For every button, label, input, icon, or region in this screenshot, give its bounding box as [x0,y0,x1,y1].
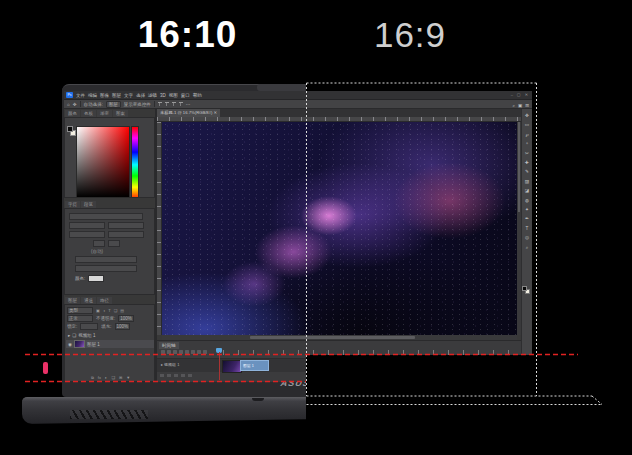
character-panel-tabs: 字符段落 [65,200,96,208]
tool-color-swatches[interactable] [522,286,530,294]
window-control-button[interactable]: ✕ [525,92,528,97]
photoshop-app-icon: Ps [66,92,73,98]
filter-icon[interactable]: ◑ [103,308,105,313]
align-left-icon[interactable] [158,102,162,106]
layers-action-icon[interactable]: ❏ [111,375,115,380]
blend-mode-dropdown[interactable]: 正常 [67,315,93,322]
panel-tab[interactable]: 图层 [65,297,80,304]
lock-buttons[interactable] [80,323,98,330]
tool-icon[interactable]: ✂ [525,149,529,158]
align-right-icon[interactable] [172,102,176,106]
timeline-tab[interactable]: 时间轴 [159,342,179,349]
timeline-transport-controls[interactable] [161,350,207,354]
timeline-clip[interactable]: 图层 1 [240,360,269,371]
saturation-picker[interactable] [76,126,130,198]
filter-icon[interactable]: ▣ [96,308,100,313]
anti-alias-dropdown[interactable] [75,265,137,272]
filter-icon[interactable]: T [108,308,110,313]
tool-icon[interactable]: ◪ [525,186,529,195]
more-options-icon[interactable]: ⋯ [186,102,191,107]
tool-icon[interactable]: ▨ [525,177,529,186]
layers-action-icon[interactable]: ⊞ [119,375,122,380]
layers-action-icon[interactable]: ◐ [105,375,107,380]
menu-item[interactable]: 文字 [124,93,133,98]
move-tool-icon[interactable]: ✥ [73,102,77,107]
layers-action-icon[interactable]: ⧉ [91,375,94,380]
scrollbar-thumb[interactable] [250,336,415,339]
layer-row[interactable]: ◉ 图层 1 [66,340,154,348]
timeline-group-label[interactable]: ▸ 视频组 1 [161,362,179,367]
text-color-swatch[interactable] [88,275,104,282]
panel-tab[interactable]: 渐变 [97,110,112,117]
menu-item[interactable]: 3D [160,93,166,98]
tool-icon[interactable]: ⌖ [526,139,529,148]
tool-icon[interactable]: ⌕ [526,243,529,252]
panel-tab[interactable]: 通道 [81,297,96,304]
fill-value[interactable]: 100% [115,323,131,330]
menu-item[interactable]: 编辑 [88,93,97,98]
clip-thumbnail[interactable] [222,360,242,373]
panel-tab[interactable]: 段落 [81,201,96,208]
tool-icon[interactable]: ✚ [525,158,529,167]
filter-icon[interactable]: ▤ [120,308,124,313]
tool-icon[interactable]: ✎ [525,167,529,176]
foreground-swatch[interactable] [522,286,527,291]
panel-tab[interactable]: 色板 [81,110,96,117]
layers-action-icon[interactable]: fx [98,375,101,380]
tool-icon[interactable]: ◍ [525,196,529,205]
distribute-icon[interactable] [179,102,183,106]
transport-button [203,350,207,354]
timeline-bottom-controls[interactable] [160,374,192,377]
menu-item[interactable]: 帮助 [193,93,202,98]
tool-icon[interactable]: ▭ [525,120,529,129]
language-dropdown[interactable] [75,256,137,263]
workspace-icon[interactable]: ▣ [518,103,522,108]
panel-tab[interactable]: 路径 [97,297,112,304]
close-tab-icon[interactable]: ✕ [214,110,218,115]
layer-row-group[interactable]: ▸ ❏ 视频组 1 [66,331,154,339]
menu-item[interactable]: 窗口 [181,93,190,98]
tool-icon[interactable]: T [526,224,529,233]
menu-item[interactable]: 文件 [76,93,85,98]
panel-tab[interactable]: 图案 [113,110,128,117]
menu-item[interactable]: 图像 [100,93,109,98]
kerning-field[interactable] [69,231,105,238]
hue-slider[interactable] [131,126,139,198]
auto-select-dropdown[interactable]: 图层 [106,101,121,108]
menu-item[interactable]: 图层 [112,93,121,98]
tool-icon[interactable]: ℘ [525,130,528,139]
align-center-icon[interactable] [165,102,169,106]
menu-item[interactable]: 选择 [136,93,145,98]
workspace-icon[interactable]: ⊞ [525,103,529,108]
expand-icon[interactable]: ▸ [68,333,70,338]
divider [80,101,81,107]
tracking-field[interactable] [108,231,144,238]
menu-item[interactable]: 滤镜 [148,93,157,98]
layers-action-icon[interactable]: ▼ [126,375,130,380]
tool-icon[interactable]: ◎ [525,233,529,242]
layer-filter-dropdown[interactable]: 类型 [67,307,93,314]
visibility-eye-icon[interactable]: ◉ [68,342,72,347]
tool-icon[interactable]: ✒ [525,214,529,223]
window-control-button[interactable]: ▢ [517,92,521,97]
panel-tab[interactable]: 字符 [65,201,80,208]
opacity-value[interactable]: 100% [118,315,134,322]
document-tab[interactable]: 未标题-1 @ 16.7%(RGB/8#) ✕ [157,109,220,117]
filter-icon[interactable]: ❏ [114,308,118,313]
leading-field[interactable] [108,222,144,229]
scale-button[interactable] [108,240,120,247]
tool-icon[interactable]: ✦ [525,205,529,214]
window-control-button[interactable]: – [511,92,513,97]
show-transform-checkbox[interactable]: 显示变换控件 [124,102,151,107]
panel-tab[interactable]: 颜色 [65,110,80,117]
foreground-color-swatch[interactable] [67,126,73,132]
menu-item[interactable]: 视图 [169,93,178,98]
transport-button [173,350,177,354]
tool-icon[interactable]: ✥ [525,111,529,120]
workspace-icon[interactable]: ⌕ [512,103,515,108]
scale-button[interactable] [93,240,105,247]
home-icon[interactable]: ⌂ [67,102,70,107]
font-family-dropdown[interactable] [69,213,143,220]
font-size-field[interactable] [69,222,105,229]
scrollbar-thumb[interactable] [518,122,520,212]
